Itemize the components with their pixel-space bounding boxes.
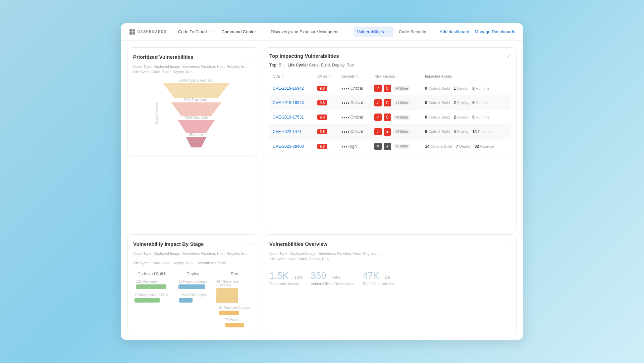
col-severity: Severity ⇅ bbox=[338, 72, 371, 81]
funnel-bars: 21494 Critical And High 7584 Exploitable bbox=[161, 79, 231, 147]
vibs-subtitle3: Severities: Critical bbox=[197, 261, 226, 265]
nav-manage-dashboards[interactable]: Manage Dashboards bbox=[475, 29, 515, 34]
nav-add-dashboard[interactable]: Add dashboard bbox=[440, 29, 469, 34]
cvss-badge-3: 9.8 bbox=[317, 115, 327, 120]
nav-item-command-center[interactable]: Command Center ⋯ bbox=[218, 27, 266, 37]
cve-link-3[interactable]: CVE-2019-17531 bbox=[273, 115, 304, 120]
risk-icon-square-4: ■ bbox=[384, 128, 391, 136]
svg-marker-4 bbox=[163, 83, 230, 98]
vibs-bar-serverless: 467 Serverless Functions bbox=[216, 280, 253, 303]
nav-item-vulnerabilities[interactable]: Vulnerabilities ⋯ bbox=[354, 27, 394, 37]
tiv-filter-top: Top: 5 bbox=[269, 63, 281, 67]
col-cvss: CVSS ⇅ bbox=[314, 72, 338, 81]
vibs-bar-serverless-label: 467 Serverless Functions bbox=[216, 280, 253, 287]
severity-dots-4: ●●●● bbox=[341, 130, 351, 134]
top-nav: DASHBOARDS Code To Cloud ⋯ Command Cente… bbox=[121, 23, 523, 41]
severity-dots-3: ●●●● bbox=[341, 116, 351, 119]
asset-count-runtime-1: 8 Runtime bbox=[472, 86, 489, 91]
funnel-level-3: 7506 Patchable bbox=[176, 116, 216, 133]
funnel-stage-label: Impact Stages bbox=[155, 102, 158, 124]
vibs-deploy-bars: 11 Registry Images 1 Host VM Images bbox=[175, 280, 211, 303]
pv-panel-title: Prioritized Vulnerabilities bbox=[133, 54, 194, 60]
svg-rect-2 bbox=[129, 32, 132, 35]
asset-count-deploy-4: 4 Deploy bbox=[454, 129, 469, 134]
risk-icon-check-1: ✓ bbox=[374, 85, 382, 92]
vibs-panel-menu[interactable]: ⋯ bbox=[247, 240, 253, 247]
vibs-subtitles: Asset Type: Deployed Image, Serverless F… bbox=[133, 252, 253, 266]
vibs-bar-registry-label: 11 Registry Images bbox=[178, 280, 207, 283]
cvss-badge-1: 9.8 bbox=[317, 86, 327, 91]
risk-icon-c-3: C bbox=[384, 114, 391, 121]
pv-panel-menu[interactable]: ⋯ bbox=[247, 53, 253, 60]
severity-dots-1: ●●●● bbox=[341, 87, 351, 90]
nav-item-code-security[interactable]: Code Security ⋯ bbox=[395, 27, 436, 37]
nav-label-vulnerabilities: Vulnerabilities bbox=[357, 29, 384, 34]
top-impacting-panel: Top Impacting Vulnerabilities ⤢ Top: 5 |… bbox=[264, 47, 517, 229]
vuln-overview-panel: Vulnerabilities Overview ⋯ Asset Type: D… bbox=[264, 234, 517, 333]
nav-label-code-security: Code Security bbox=[399, 29, 426, 34]
vo-stat-total-delta: ↑ 2.9 bbox=[382, 275, 390, 279]
funnel-shape-2 bbox=[169, 102, 223, 116]
funnel-label-3: 7506 Patchable bbox=[184, 116, 208, 120]
nav-dots-vulnerabilities[interactable]: ⋯ bbox=[385, 29, 391, 35]
col-cve: CVE ⇅ bbox=[269, 72, 314, 81]
asset-count-runtime-3: 6 Runtime bbox=[472, 115, 489, 120]
tiv-expand-icon[interactable]: ⤢ bbox=[507, 53, 511, 59]
asset-count-deploy-5: 7 Deploy bbox=[456, 144, 471, 149]
col-risk-factors: Risk Factors bbox=[371, 72, 422, 81]
vibs-run-title: Run bbox=[216, 272, 253, 276]
more-badge-4: +5 More bbox=[393, 129, 411, 134]
cve-link-5[interactable]: CVE-2023-38408 bbox=[273, 144, 304, 149]
asset-count-runtime-5: 32 Runtime bbox=[475, 144, 494, 149]
vo-stat-vulnerable-assets-value: 1.5K ↑ 1.1% bbox=[269, 270, 303, 281]
vo-panel-title: Vulnerabilities Overview bbox=[269, 241, 327, 247]
pv-subtitle2: Life Cycle: Code, Build, Deploy, Run bbox=[133, 70, 253, 74]
main-container: DASHBOARDS Code To Cloud ⋯ Command Cente… bbox=[121, 23, 523, 340]
funnel-chart: Impact Stages 21494 Critical And High 75… bbox=[133, 75, 253, 151]
funnel-shape-1 bbox=[161, 83, 231, 98]
svg-marker-7 bbox=[186, 137, 206, 147]
vibs-bar-registry-bar bbox=[178, 284, 205, 289]
funnel-level-4: 35 In use bbox=[183, 133, 210, 147]
vibs-bar-hosts: 74 Hosts bbox=[225, 318, 244, 327]
nav-item-code-to-cloud[interactable]: Code To Cloud ⋯ bbox=[175, 27, 217, 37]
nav-label-discovery: Discovery and Exposure Managem... bbox=[271, 29, 342, 34]
asset-count-codebuild-1: 0 Code & Build bbox=[425, 86, 450, 91]
vibs-bar-packages-label: 125 Packages bbox=[136, 280, 166, 283]
nav-dots-code-to-cloud[interactable]: ⋯ bbox=[208, 29, 213, 35]
vo-stat-remediated-delta: ↑ 4.6% bbox=[329, 275, 340, 279]
nav-item-discovery[interactable]: Discovery and Exposure Managem... ⋯ bbox=[267, 27, 352, 37]
cve-link-2[interactable]: CVE-2019-16943 bbox=[273, 100, 304, 105]
nav-dots-discovery[interactable]: ⋯ bbox=[343, 29, 349, 35]
vibs-bar-iac: 12 Images In IaC Files bbox=[135, 293, 168, 303]
vo-panel-header: Vulnerabilities Overview ⋯ bbox=[269, 240, 511, 247]
asset-count-runtime-4: 14 Runtime bbox=[472, 129, 492, 134]
severity-label-2: Critical bbox=[351, 100, 363, 105]
funnel-shape-3 bbox=[176, 120, 216, 133]
severity-label-1: Critical bbox=[351, 86, 363, 91]
more-badge-2: +4 More bbox=[393, 100, 411, 105]
vo-stat-remediated: 359 ↑ 4.6% Vulnerabilities Remediated bbox=[311, 270, 354, 286]
vo-panel-menu[interactable]: ⋯ bbox=[505, 240, 511, 247]
asset-count-runtime-2: 6 Runtime bbox=[472, 100, 489, 105]
risk-icon-square-5: ■ bbox=[384, 143, 391, 150]
nav-dots-command-center[interactable]: ⋯ bbox=[257, 29, 263, 35]
asset-count-codebuild-4: 6 Code & Build bbox=[425, 129, 450, 134]
tiv-panel-title: Top Impacting Vulnerabilities bbox=[269, 53, 339, 59]
vibs-subtitle2: Life Cycle: Code, Build, Deploy, Run bbox=[133, 261, 193, 265]
nav-dots-code-security[interactable]: ⋯ bbox=[427, 29, 433, 35]
asset-count-deploy-2: 2 Deploy bbox=[454, 100, 469, 105]
table-row: CVE-2022-1471 9.8 ●●●● Critical ✓ ■ +5 M… bbox=[269, 125, 511, 139]
cve-link-4[interactable]: CVE-2022-1471 bbox=[273, 129, 302, 134]
funnel-label-2: 7584 Exploitable bbox=[184, 98, 209, 102]
vibs-bar-vm-label: 1 Host VM Images bbox=[179, 293, 207, 297]
cve-link-1[interactable]: CVE-2019-16942 bbox=[273, 86, 304, 91]
funnel-label-4: 35 In use bbox=[189, 133, 203, 137]
vibs-subtitle1: Asset Type: Deployed Image, Serverless F… bbox=[133, 252, 248, 256]
vo-stat-remediated-label: Vulnerabilities Remediated bbox=[311, 282, 354, 286]
risk-icon-x-5: ✕ bbox=[374, 143, 382, 150]
vo-subtitle2: Life Cycle: Code, Build, Deploy, Run bbox=[269, 257, 511, 261]
svg-rect-0 bbox=[129, 29, 132, 32]
vo-stat-vulnerable-assets: 1.5K ↑ 1.1% Vulnerable Assets bbox=[269, 270, 303, 286]
risk-icon-check-4: ✓ bbox=[374, 128, 382, 135]
